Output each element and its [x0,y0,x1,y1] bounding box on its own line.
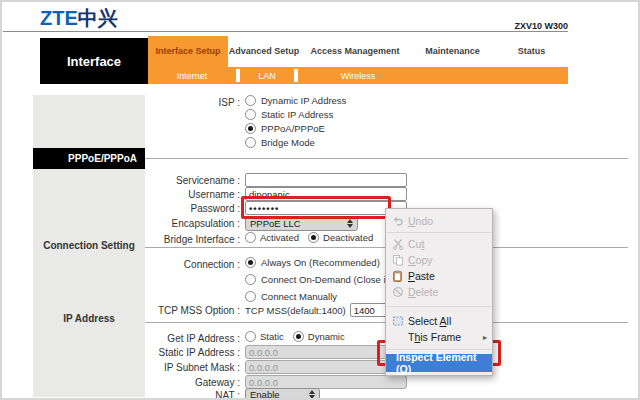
menu-separator [387,232,491,233]
menu-item-undo: Undo [386,213,492,229]
radio-option[interactable]: Bridge Mode [245,137,315,148]
logo-text-cn: 中兴 [78,7,118,29]
main-tabs: Interface Setup Advanced Setup Access Ma… [148,36,568,67]
menu-item-select-all[interactable]: Select All [386,313,492,329]
cut-icon [391,238,404,250]
radio-label: Static IP Address [261,109,333,120]
radio-label: Bridge Mode [261,137,315,148]
radio-ip-static[interactable] [245,331,256,342]
subtab-internet[interactable]: Internet [148,71,236,81]
radio-static-ip[interactable] [245,109,256,120]
stepper-icon[interactable] [347,219,353,228]
radio-label: Dynamic IP Address [261,95,346,106]
device-model: ZXV10 W300 [400,21,568,31]
radio-ip-dynamic[interactable] [293,331,304,342]
get-ip-label: Get IP Address : [0,333,240,344]
radio-label: Dynamic [308,331,345,342]
radio-deactivated[interactable] [308,232,319,243]
undo-icon [391,215,404,227]
radio-option[interactable]: Static IP Address [245,109,333,120]
tcp-mss-label: TCP MSS Option : [0,305,240,316]
tab-interface-setup[interactable]: Interface Setup [148,36,228,67]
delete-icon [391,286,404,298]
radio-activated[interactable] [245,232,256,243]
radio-connect-manually[interactable] [245,291,256,302]
username-label: Username : [0,189,240,200]
menu-item-copy: Copy [386,252,492,268]
menu-item-delete: Delete [386,284,492,300]
gateway-field [245,375,407,389]
zte-logo: ZTE中兴 [40,5,118,32]
static-ip-field [245,345,407,359]
submenu-arrow-icon: ▸ [483,333,487,342]
section-pppoe-label: PPPoE/PPPoA [33,148,145,169]
stepper-icon[interactable] [309,390,315,399]
menu-item-this-frame[interactable]: This Frame ▸ [386,329,492,345]
select-all-icon [391,315,404,327]
radio-label: PPPoA/PPPoE [261,123,325,134]
get-ip-options: Static Dynamic [245,331,345,342]
tcp-mss-hint: TCP MSS(default:1400) [245,305,346,316]
bridge-interface-label: Bridge Interface : [0,234,240,245]
radio-label: Always On (Recommended) [261,257,380,268]
radio-dynamic-ip[interactable] [245,95,256,106]
tab-maintenance[interactable]: Maintenance [410,36,495,67]
paste-icon [391,270,404,282]
tab-access-management[interactable]: Access Management [300,36,410,67]
password-label: Password : [0,203,240,214]
tab-status[interactable]: Status [495,36,568,67]
nat-value: Enable [250,389,305,400]
radio-always-on[interactable] [245,257,256,268]
logo-text-zte: ZTE [40,7,78,29]
servicename-label: Servicename : [0,175,240,186]
static-ip-label: Static IP Address : [0,347,240,358]
menu-item-cut: Cut [386,236,492,252]
radio-label: Connect On-Demand (Close if idle [261,274,406,285]
radio-option[interactable]: Connect Manually [245,291,337,302]
menu-item-inspect-element[interactable]: Inspect Element (Q) [386,354,492,372]
subtab-wireless[interactable]: Wireless [298,71,418,81]
isp-label: ISP : [0,97,240,108]
sub-tabs: Internet LAN Wireless [148,67,568,84]
encapsulation-select[interactable]: PPPoE LLC [245,216,358,231]
subnet-label: IP Subnet Mask : [0,362,240,373]
blank-icon [391,331,404,343]
radio-option[interactable]: Connect On-Demand (Close if idle [245,274,406,285]
radio-label: Deactivated [323,232,373,243]
page-title: Interface [40,38,148,84]
radio-bridge-mode[interactable] [245,137,256,148]
username-field[interactable] [245,187,407,201]
section-divider [145,158,628,159]
servicename-field[interactable] [245,173,407,187]
nat-label: NAT : [0,390,240,400]
radio-pppoa-pppoe[interactable] [245,123,256,134]
radio-label: Activated [260,232,299,243]
tab-advanced-setup[interactable]: Advanced Setup [228,36,300,67]
bridge-interface-options: Activated Deactivated [245,232,373,243]
menu-separator [387,306,491,307]
radio-option[interactable]: PPPoA/PPPoE [245,123,325,134]
radio-label: Static [260,331,284,342]
connection-label: Connection : [0,259,240,270]
subtab-lan[interactable]: LAN [240,71,294,81]
menu-separator [387,349,491,350]
gateway-label: Gateway : [0,377,240,388]
radio-label: Connect Manually [261,291,337,302]
radio-option[interactable]: Dynamic IP Address [245,95,346,106]
menu-item-paste[interactable]: Paste [386,268,492,284]
password-field[interactable] [245,201,407,215]
encapsulation-label: Encapsulation : [0,218,240,229]
radio-on-demand[interactable] [245,274,256,285]
copy-icon [391,254,404,266]
encapsulation-value: PPPoE LLC [250,218,343,229]
nat-select[interactable]: Enable [245,388,320,400]
radio-option[interactable]: Always On (Recommended) [245,257,380,268]
header-divider [3,31,568,32]
context-menu: Undo Cut Copy Paste Delete Select All Th… [385,208,493,376]
subnet-field [245,360,407,374]
